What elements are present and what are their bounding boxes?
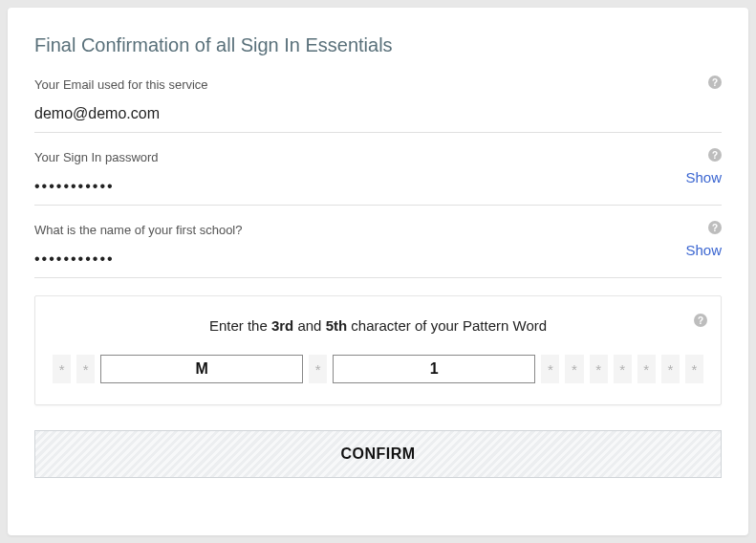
help-icon[interactable]: ? <box>708 76 722 89</box>
pattern-cell-disabled: * <box>53 355 71 383</box>
help-icon[interactable]: ? <box>708 221 722 234</box>
pattern-row: ********** <box>53 355 703 383</box>
pattern-cell-disabled: * <box>541 355 559 383</box>
pattern-instruction-prefix: Enter the <box>209 317 271 334</box>
pattern-pos2: 5th <box>326 317 348 334</box>
pattern-cell-disabled: * <box>685 355 703 383</box>
pattern-instruction: Enter the 3rd and 5th character of your … <box>53 317 703 334</box>
password-masked: ••••••••••• <box>34 178 115 194</box>
pattern-cell-disabled: * <box>637 355 656 383</box>
security-label: What is the name of your first school? <box>34 223 722 237</box>
pattern-cell-disabled: * <box>565 355 583 383</box>
email-field-group: Your Email used for this service demo@de… <box>34 72 722 133</box>
pattern-input-3[interactable] <box>100 355 303 383</box>
confirmation-card: Final Confirmation of all Sign In Essent… <box>8 8 748 535</box>
pattern-pos1: 3rd <box>271 317 293 334</box>
pattern-card: ? Enter the 3rd and 5th character of you… <box>34 295 722 405</box>
help-icon[interactable]: ? <box>694 314 707 327</box>
show-security-link[interactable]: Show <box>685 242 722 258</box>
email-value: demo@demo.com <box>34 105 160 121</box>
show-password-link[interactable]: Show <box>685 169 722 185</box>
password-label: Your Sign In password <box>34 150 722 164</box>
confirm-button[interactable]: CONFIRM <box>34 430 722 478</box>
help-icon[interactable]: ? <box>708 148 722 162</box>
pattern-input-5[interactable] <box>333 355 535 383</box>
pattern-cell-disabled: * <box>309 355 327 383</box>
pattern-cell-disabled: * <box>76 355 95 383</box>
pattern-instruction-mid: and <box>293 317 325 334</box>
security-field-group: What is the name of your first school? •… <box>34 217 722 278</box>
password-field-group: Your Sign In password ••••••••••• ? Show <box>34 144 722 206</box>
page-title: Final Confirmation of all Sign In Essent… <box>34 34 722 56</box>
email-label: Your Email used for this service <box>34 77 722 92</box>
pattern-cell-disabled: * <box>614 355 632 383</box>
security-masked: ••••••••••• <box>34 250 115 267</box>
pattern-instruction-suffix: character of your Pattern Word <box>347 317 547 334</box>
pattern-cell-disabled: * <box>661 355 680 383</box>
pattern-cell-disabled: * <box>590 355 608 383</box>
